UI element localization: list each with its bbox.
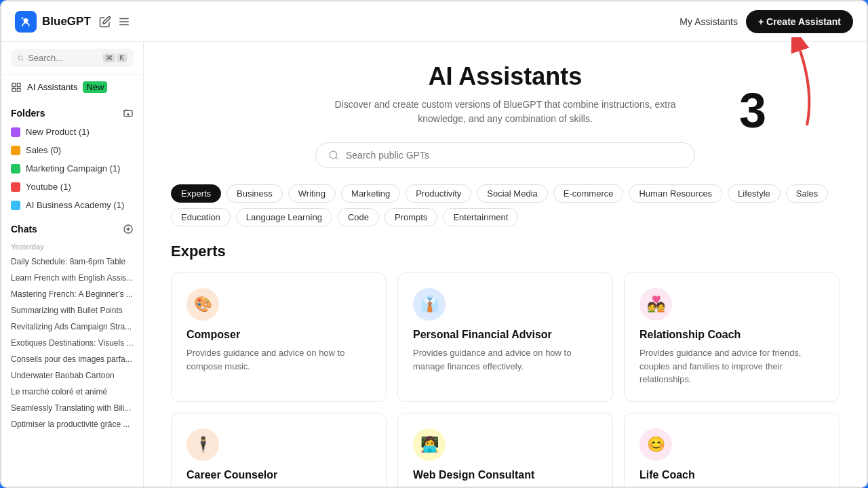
folder-color-dot — [11, 201, 20, 210]
page-subtitle: Discover and create custom versions of B… — [315, 98, 695, 126]
assistant-card[interactable]: 😊 Life Coach Provides guidance and advic… — [624, 413, 840, 487]
my-assistants-button[interactable]: My Assistants — [679, 16, 738, 27]
search-gpt-input[interactable] — [346, 150, 682, 161]
card-avatar: 😊 — [639, 428, 672, 461]
app-name: BlueGPT — [42, 15, 91, 28]
folder-item[interactable]: AI Business Academy (1) — [1, 196, 143, 214]
svg-line-18 — [336, 157, 338, 159]
filter-chip[interactable]: E-commerce — [553, 184, 624, 203]
assistant-card[interactable]: 🎨 Composer Provides guidance and advice … — [171, 272, 387, 402]
card-avatar: 👔 — [413, 288, 446, 321]
folder-color-dot — [11, 127, 20, 137]
chat-item[interactable]: Le marché coloré et animé — [1, 384, 143, 400]
folder-item[interactable]: Sales (0) — [1, 141, 143, 159]
folder-item[interactable]: Youtube (1) — [1, 178, 143, 196]
filter-chip[interactable]: Lifestyle — [728, 184, 781, 203]
chat-item[interactable]: Learn French with English Assis... — [1, 270, 143, 286]
chat-label: Daily Schedule: 8am-6pm Table — [11, 257, 134, 266]
filter-chip[interactable]: Human Resources — [629, 184, 722, 203]
chat-item[interactable]: Conseils pour des images parfa... — [1, 351, 143, 367]
chats-list: Daily Schedule: 8am-6pm TableLearn Frenc… — [1, 253, 143, 432]
svg-point-5 — [18, 56, 22, 60]
chat-item[interactable]: Summarizing with Bullet Points — [1, 302, 143, 319]
svg-point-17 — [330, 151, 337, 159]
folders-list: New Product (1)Sales (0)Marketing Campai… — [1, 123, 143, 214]
search-input[interactable] — [28, 53, 99, 63]
chat-label: Summarizing with Bullet Points — [11, 306, 134, 315]
card-description: Provides guidance and advice to help cli… — [639, 487, 824, 487]
main-content: AI Assistants Discover and create custom… — [144, 42, 867, 487]
chat-label: Le marché coloré et animé — [11, 387, 134, 396]
folder-label: Youtube (1) — [26, 182, 71, 192]
keyboard-shortcut: ⌘ K — [103, 54, 127, 62]
card-description: Provides guidance and advice to achieve … — [186, 487, 371, 487]
search-gpt-bar — [315, 142, 695, 168]
filter-chip[interactable]: Prompts — [384, 208, 437, 226]
folders-title: Folders — [11, 108, 45, 119]
chats-section-header: Chats — [1, 214, 143, 239]
add-chat-button[interactable] — [123, 224, 134, 235]
chat-label: Mastering French: A Beginner's ... — [11, 289, 134, 299]
filter-chip[interactable]: Education — [171, 208, 231, 226]
folder-color-dot — [11, 164, 20, 174]
sidebar: ⌘ K AI Assistants New Folders New Produc… — [1, 42, 144, 487]
assistant-card[interactable]: 🕴️ Career Counselor Provides guidance an… — [171, 413, 387, 487]
filter-chip[interactable]: Social Media — [477, 184, 547, 203]
new-badge: New — [83, 81, 107, 93]
svg-rect-10 — [17, 88, 20, 92]
card-description: Provides guidance and advice for friends… — [639, 346, 824, 386]
card-name: Career Counselor — [186, 469, 371, 481]
assistant-card[interactable]: 👔 Personal Financial Advisor Provides gu… — [397, 272, 613, 402]
filter-chip[interactable]: Code — [338, 208, 379, 226]
card-description: Provides guidance and advice on how to m… — [413, 346, 597, 373]
top-bar-right: My Assistants + Create Assistant — [679, 10, 853, 33]
filter-chip[interactable]: Sales — [786, 184, 829, 203]
filter-chip[interactable]: Productivity — [406, 184, 471, 203]
card-description: Gives tips and help for making websites … — [413, 487, 597, 487]
filter-chip[interactable]: Business — [226, 184, 283, 203]
svg-rect-9 — [12, 88, 16, 92]
svg-line-6 — [22, 59, 23, 60]
filter-chip[interactable]: Language Learning — [236, 208, 332, 226]
chat-label: Conseils pour des images parfa... — [11, 354, 134, 364]
chat-item[interactable]: Mastering French: A Beginner's ... — [1, 286, 143, 302]
chat-label: Revitalizing Ads Campaign Stra... — [11, 322, 134, 331]
edit-icon[interactable] — [99, 16, 111, 28]
card-name: Composer — [186, 329, 371, 341]
chat-item[interactable]: Seamlessly Translating with Bili... — [1, 400, 143, 416]
chat-label: Underwater Baobab Cartoon — [11, 371, 134, 380]
filter-chip[interactable]: Marketing — [341, 184, 400, 203]
chat-label: Exotiques Destinations: Visuels ... — [11, 338, 134, 348]
add-chat-icon — [123, 224, 134, 235]
chat-item[interactable]: Exotiques Destinations: Visuels ... — [1, 335, 143, 351]
top-bar-icons[interactable] — [99, 16, 130, 28]
search-icon — [18, 54, 24, 63]
card-name: Personal Financial Advisor — [413, 329, 597, 341]
ai-assistants-nav-item[interactable]: AI Assistants New — [1, 75, 143, 100]
create-assistant-button[interactable]: + Create Assistant — [746, 10, 853, 33]
chat-item[interactable]: Revitalizing Ads Campaign Stra... — [1, 319, 143, 335]
chat-item[interactable]: Underwater Baobab Cartoon — [1, 367, 143, 384]
add-folder-icon — [123, 108, 134, 119]
filter-chip[interactable]: Writing — [288, 184, 336, 203]
chat-item[interactable]: Daily Schedule: 8am-6pm Table — [1, 253, 143, 270]
assistant-card[interactable]: 👩‍💻 Web Design Consultant Gives tips and… — [397, 413, 613, 487]
folder-item[interactable]: New Product (1) — [1, 123, 143, 141]
menu-icon[interactable] — [118, 16, 130, 28]
filter-chip[interactable]: Experts — [171, 184, 221, 203]
filter-chip[interactable]: Entertainment — [443, 208, 518, 226]
filter-row-1: ExpertsBusinessWritingMarketingProductiv… — [171, 184, 840, 203]
logo: BlueGPT — [15, 11, 91, 33]
add-folder-button[interactable] — [123, 108, 134, 119]
card-avatar: 👩‍💻 — [413, 428, 446, 461]
folder-item[interactable]: Marketing Campaign (1) — [1, 159, 143, 178]
chat-item[interactable]: Optimiser la productivité grâce ... — [1, 416, 143, 432]
chats-title: Chats — [11, 224, 37, 235]
cards-grid: 🎨 Composer Provides guidance and advice … — [171, 272, 840, 487]
ai-assistants-label: AI Assistants — [27, 82, 77, 92]
assistant-card[interactable]: 💑 Relationship Coach Provides guidance a… — [624, 272, 840, 402]
grid-icon — [11, 82, 22, 93]
folder-color-dot — [11, 182, 20, 192]
card-name: Life Coach — [639, 469, 824, 481]
chat-label: Learn French with English Assis... — [11, 273, 134, 283]
